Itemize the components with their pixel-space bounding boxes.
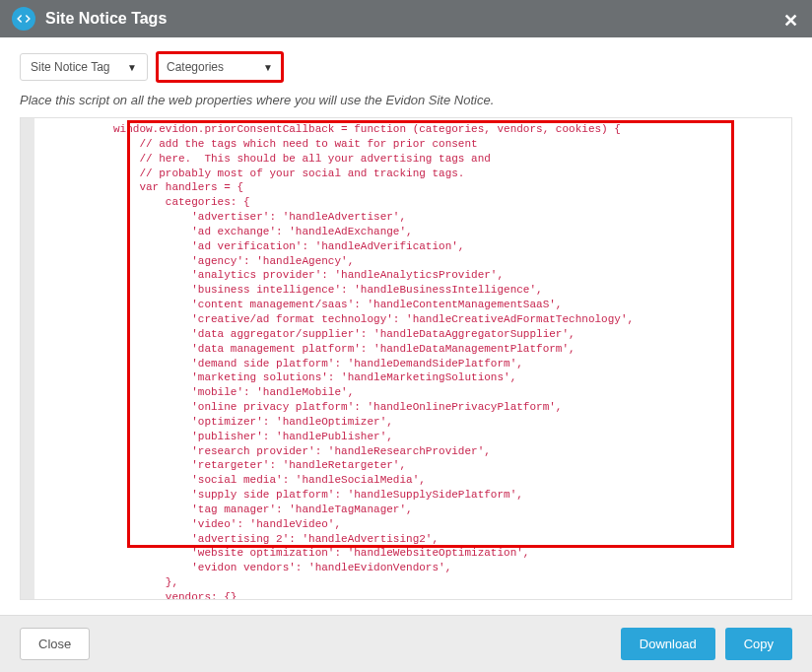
code-line: 'business intelligence': 'handleBusiness…: [34, 283, 776, 298]
code-line: 'research provider': 'handleResearchProv…: [34, 444, 776, 459]
dialog-title: Site Notice Tags: [45, 10, 167, 28]
code-line: 'marketing solutions': 'handleMarketingS…: [34, 370, 776, 385]
code-line: // add the tags which need to wait for p…: [34, 137, 776, 152]
code-line: 'supply side platform': 'handleSupplySid…: [34, 488, 776, 503]
code-line: 'ad verification': 'handleAdVerification…: [34, 239, 776, 254]
code-line: 'analytics provider': 'handleAnalyticsPr…: [34, 268, 776, 283]
code-line: categories: {: [34, 195, 776, 210]
code-line: 'video': 'handleVideo',: [34, 517, 776, 532]
code-line: 'publisher': 'handlePublisher',: [34, 430, 776, 444]
download-button[interactable]: Download: [621, 628, 715, 660]
code-line: 'creative/ad format technology': 'handle…: [34, 312, 776, 327]
toolbar: Site Notice Tag ▼ Categories ▼: [0, 37, 812, 93]
code-container: window.evidon.priorConsentCallback = fun…: [20, 117, 792, 600]
code-line: // probably most of your social and trac…: [34, 167, 776, 181]
code-icon: [12, 7, 35, 31]
categories-select[interactable]: Categories ▼: [156, 51, 284, 83]
code-line: 'retargeter': 'handleRetargeter',: [34, 458, 776, 473]
code-line: 'advertising 2': 'handleAdvertising2',: [34, 532, 776, 547]
code-line: window.evidon.priorConsentCallback = fun…: [34, 122, 776, 137]
code-line: },: [34, 575, 776, 590]
instruction-text: Place this script on all the web propert…: [0, 93, 812, 117]
code-line: 'data aggregator/supplier': 'handleDataA…: [34, 327, 776, 342]
select-label: Site Notice Tag: [31, 60, 110, 74]
code-line: 'evidon vendors': 'handleEvidonVendors',: [34, 561, 776, 575]
code-line: 'demand side platform': 'handleDemandSid…: [34, 357, 776, 371]
code-line: var handlers = {: [34, 180, 776, 195]
code-line: 'ad exchange': 'handleAdExchange',: [34, 225, 776, 239]
code-line: 'advertiser': 'handleAdvertiser',: [34, 210, 776, 225]
caret-down-icon: ▼: [127, 62, 137, 73]
code-line: 'optimizer': 'handleOptimizer',: [34, 415, 776, 430]
dialog-footer: Close Download Copy: [0, 615, 812, 672]
code-scroll[interactable]: window.evidon.priorConsentCallback = fun…: [34, 118, 776, 599]
caret-down-icon: ▼: [263, 62, 273, 73]
copy-button[interactable]: Copy: [725, 628, 792, 660]
code-line: 'data management platform': 'handleDataM…: [34, 342, 776, 357]
code-line: 'mobile': 'handleMobile',: [34, 385, 776, 400]
code-line: 'website optimization': 'handleWebsiteOp…: [34, 546, 776, 561]
site-notice-tag-select[interactable]: Site Notice Tag ▼: [20, 53, 148, 81]
code-line: 'online privacy platform': 'handleOnline…: [34, 400, 776, 415]
close-icon[interactable]: ✕: [783, 10, 798, 32]
code-line: vendors: {}: [34, 590, 776, 599]
code-line: 'content management/saas': 'handleConten…: [34, 298, 776, 312]
code-line: 'tag manager': 'handleTagManager',: [34, 503, 776, 517]
code-line: 'agency': 'handleAgency',: [34, 254, 776, 269]
code-block: window.evidon.priorConsentCallback = fun…: [34, 118, 776, 599]
code-line: // here. This should be all your adverti…: [34, 152, 776, 167]
select-label: Categories: [167, 60, 224, 74]
code-gutter: [21, 118, 34, 599]
close-button[interactable]: Close: [20, 628, 90, 660]
dialog-header: Site Notice Tags ✕: [0, 0, 812, 37]
code-line: 'social media': 'handleSocialMedia',: [34, 473, 776, 488]
